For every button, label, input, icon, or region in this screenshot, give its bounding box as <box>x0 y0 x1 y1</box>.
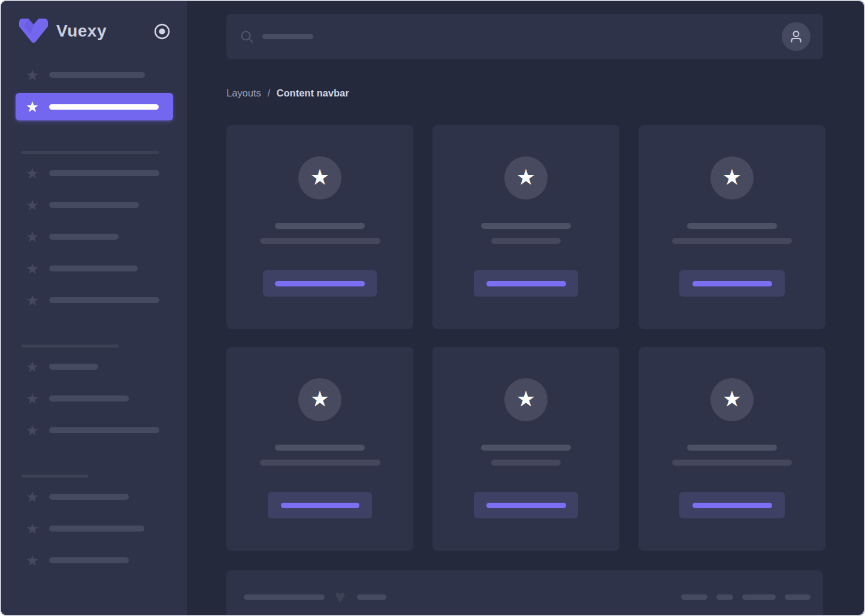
card-title-placeholder <box>481 223 571 229</box>
button-label-placeholder <box>692 281 772 286</box>
card-avatar-circle: ★ <box>298 156 341 200</box>
card-action-button[interactable] <box>268 492 372 518</box>
main-content: Layouts / Content navbar ★★★★★★ ♥ <box>187 1 864 615</box>
footer-links <box>681 594 810 600</box>
demo-card: ★ <box>432 347 619 551</box>
footer-text-placeholder <box>244 594 325 600</box>
card-subtitle-placeholder <box>491 460 561 466</box>
sidebar-item[interactable]: ★ <box>16 61 173 89</box>
user-avatar-button[interactable] <box>782 22 810 51</box>
button-label-placeholder <box>275 281 365 286</box>
card-title-placeholder <box>687 445 777 451</box>
footer-card: ♥ <box>226 570 823 615</box>
card-title-placeholder <box>687 223 777 229</box>
star-icon: ★ <box>25 521 40 536</box>
star-icon: ★ <box>310 388 329 412</box>
menu-section-divider <box>21 345 119 348</box>
breadcrumb: Layouts / Content navbar <box>226 86 823 100</box>
sidebar: Vuexy ★★★★★★★★★★★★★ <box>1 1 187 615</box>
breadcrumb-current: Content navbar <box>277 87 349 98</box>
star-icon: ★ <box>25 391 40 406</box>
sidebar-menu: ★★★★★★★★★★★★★ <box>1 61 187 574</box>
person-icon <box>788 29 804 44</box>
brand-title: Vuexy <box>56 22 107 41</box>
sidebar-header: Vuexy <box>1 1 187 61</box>
card-title-placeholder <box>481 445 571 451</box>
vuexy-logo-icon <box>19 19 48 44</box>
search-input[interactable] <box>240 30 782 43</box>
sidebar-item[interactable]: ★ <box>16 191 173 219</box>
button-label-placeholder <box>281 503 359 508</box>
star-icon: ★ <box>25 490 40 504</box>
sidebar-item[interactable]: ★ <box>16 385 173 412</box>
footer-link-placeholder <box>681 594 707 600</box>
card-avatar-circle: ★ <box>298 378 341 421</box>
star-icon: ★ <box>310 167 329 190</box>
card-title-placeholder <box>275 445 365 451</box>
card-subtitle-placeholder <box>672 238 792 244</box>
card-action-button[interactable] <box>679 492 785 518</box>
button-label-placeholder <box>486 281 566 286</box>
star-icon: ★ <box>25 99 40 114</box>
sidebar-item[interactable]: ★ <box>16 159 173 187</box>
star-icon: ★ <box>25 166 40 180</box>
card-subtitle-placeholder <box>672 460 792 466</box>
breadcrumb-section[interactable]: Layouts <box>226 87 261 98</box>
card-avatar-circle: ★ <box>710 378 754 421</box>
menu-item-label-placeholder <box>49 234 119 240</box>
card-action-button[interactable] <box>263 270 377 297</box>
demo-card: ★ <box>639 347 825 551</box>
footer-link-placeholder <box>742 594 776 600</box>
card-subtitle-placeholder <box>491 238 561 244</box>
menu-item-label-placeholder <box>49 427 159 433</box>
sidebar-item[interactable]: ★ <box>16 483 173 511</box>
demo-card: ★ <box>226 125 413 329</box>
cards-grid: ★★★★★★ <box>226 125 823 551</box>
button-label-placeholder <box>486 503 566 508</box>
card-action-button[interactable] <box>474 270 578 297</box>
menu-item-label-placeholder <box>49 526 144 532</box>
menu-item-label-placeholder <box>49 395 129 401</box>
footer-link-placeholder <box>785 594 810 600</box>
top-navbar <box>226 14 823 59</box>
menu-item-label-placeholder <box>49 364 98 370</box>
card-title-placeholder <box>275 223 365 229</box>
menu-item-label-placeholder <box>49 170 159 176</box>
demo-card: ★ <box>639 125 825 329</box>
card-subtitle-placeholder <box>260 238 380 244</box>
menu-item-label-placeholder <box>49 104 159 110</box>
footer-text-placeholder <box>357 594 386 600</box>
demo-card: ★ <box>432 125 619 329</box>
star-icon: ★ <box>25 360 40 374</box>
star-icon: ★ <box>25 261 40 276</box>
star-icon: ★ <box>25 230 40 244</box>
card-action-button[interactable] <box>679 270 785 297</box>
menu-item-label-placeholder <box>49 297 159 303</box>
sidebar-item[interactable]: ★ <box>16 416 173 444</box>
card-avatar-circle: ★ <box>710 156 754 200</box>
sidebar-item[interactable]: ★ <box>16 353 173 381</box>
card-avatar-circle: ★ <box>504 156 548 200</box>
sidebar-item[interactable]: ★ <box>16 286 173 314</box>
footer-row: ♥ <box>244 589 810 605</box>
star-icon: ★ <box>25 293 40 307</box>
star-icon: ★ <box>516 167 536 190</box>
card-action-button[interactable] <box>474 492 578 518</box>
menu-item-label-placeholder <box>49 557 129 563</box>
star-icon: ★ <box>516 388 536 412</box>
sidebar-item[interactable]: ★ <box>16 546 173 574</box>
menu-item-label-placeholder <box>49 202 139 208</box>
menu-item-label-placeholder <box>49 72 145 78</box>
sidebar-item[interactable]: ★ <box>16 223 173 250</box>
menu-pin-toggle[interactable] <box>154 23 170 40</box>
sidebar-item[interactable]: ★ <box>16 515 173 542</box>
star-icon: ★ <box>25 198 40 212</box>
radio-circle-icon <box>154 23 170 40</box>
menu-section-divider <box>21 475 88 478</box>
sidebar-item-active[interactable]: ★ <box>16 93 173 120</box>
sidebar-item[interactable]: ★ <box>16 255 173 282</box>
star-icon: ★ <box>722 167 742 190</box>
menu-item-label-placeholder <box>49 494 129 500</box>
demo-card: ★ <box>226 347 413 551</box>
search-icon <box>240 30 253 43</box>
